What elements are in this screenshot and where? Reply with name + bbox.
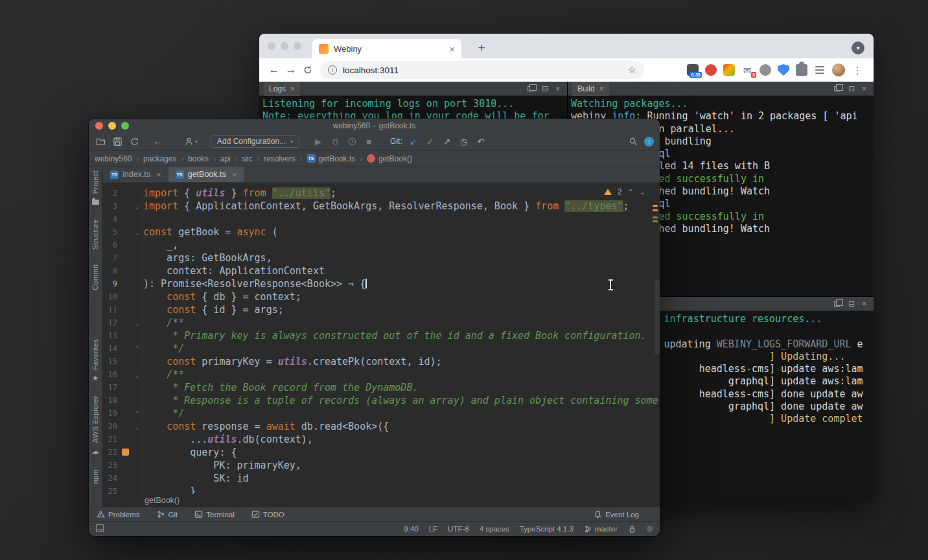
line-number[interactable]: 10 [103,290,117,303]
line-number[interactable]: 4 [103,213,117,226]
line-number[interactable]: 8 [103,264,117,277]
line-number[interactable]: 23 [103,459,117,472]
fold-marker[interactable] [117,485,143,494]
line-number[interactable]: 13 [103,329,117,342]
git-update-icon[interactable]: ↙ [408,135,419,147]
breadcrumb-item-webiny560[interactable]: webiny560 [95,154,132,163]
code-line[interactable]: 10 const { db } = context; [103,290,660,303]
minimize-window-icon[interactable] [108,122,116,130]
fold-marker[interactable] [117,433,143,446]
line-number[interactable]: 18 [103,394,117,407]
line-number[interactable]: 21 [103,433,117,446]
code-line[interactable]: 23 PK: primaryKey, [103,459,660,472]
line-number[interactable]: 11 [103,303,117,316]
close-icon[interactable]: × [290,84,295,93]
caret-position[interactable]: 9:40 [404,525,418,533]
zoom-window-icon[interactable] [121,122,129,130]
breadcrumb-item-src[interactable]: src [242,154,252,163]
change-stripe-mark[interactable] [653,220,658,222]
code-area[interactable]: 2import { utils } from "../utils";3⌄impo… [103,187,660,494]
git-push-icon[interactable]: ↗ [441,135,453,147]
line-number[interactable]: 2 [103,187,117,200]
line-number[interactable]: 6 [103,239,117,251]
breadcrumb-item-books[interactable]: books [188,154,209,163]
git-history-icon[interactable]: ◷ [458,135,470,147]
reload-icon[interactable] [299,65,316,75]
url-text[interactable]: localhost:3011 [343,65,622,75]
fold-marker[interactable] [117,355,143,368]
tool-stripe-aws-explorer[interactable]: AWS Explorer☁ [91,396,99,454]
logs-panel-tab[interactable]: Logs × [264,82,300,96]
code-line[interactable]: 11 const { id } = args; [103,303,660,316]
user-menu[interactable]: ▾ [183,135,198,147]
fold-marker[interactable] [117,264,143,277]
code-line[interactable]: 7 args: GetBookArgs, [103,251,660,264]
code-line[interactable]: 20⌄ const response = await db.read<Book>… [103,420,660,433]
code-line[interactable]: 21 ...utils.db(context), [103,433,660,446]
browser-menu-kebab-icon[interactable]: ⋮ [852,64,863,76]
line-number[interactable]: 24 [103,472,117,485]
code-line[interactable]: 6 _, [103,239,660,251]
git-rollback-icon[interactable]: ↶ [475,135,487,147]
code-line[interactable]: 4 [103,213,660,226]
fold-marker[interactable] [117,459,143,472]
back-icon[interactable]: ← [266,64,283,76]
code-line[interactable]: 5⌄const getBook = async ( [103,226,660,239]
prev-problem-icon[interactable]: ⌃ [628,188,634,196]
close-icon[interactable]: × [555,84,560,93]
code-editor[interactable]: 2import { utils } from "../utils";3⌄impo… [103,183,660,494]
line-number[interactable]: 3 [103,200,117,213]
tab-close-icon[interactable]: × [156,170,161,180]
file-encoding[interactable]: UTF-8 [448,525,469,533]
fold-marker[interactable] [117,290,143,303]
warning-stripe-mark[interactable] [653,205,658,207]
scrollbar[interactable] [655,280,660,355]
close-window-icon[interactable] [95,122,103,130]
fold-marker[interactable] [117,251,143,264]
browser-tab[interactable]: Webiny × [312,39,461,58]
address-bar[interactable]: i localhost:3011 ☆ [320,61,644,79]
fold-marker[interactable]: ⌄ [117,420,143,433]
fold-marker[interactable] [117,239,143,251]
toolwindow-problems[interactable]: Problems [97,510,140,519]
warning-stripe-mark[interactable] [653,209,658,211]
git-branch-widget[interactable]: master [584,525,618,533]
line-number[interactable]: 25 [103,485,117,494]
mail-extension-icon[interactable]: ✉3 [741,64,753,76]
editor-tab-index-ts[interactable]: TSindex.ts× [103,167,168,182]
code-line[interactable]: 24 SK: id [103,472,660,485]
new-tab-button[interactable]: + [473,40,490,56]
profile-chevron-button[interactable]: ▾ [852,41,864,54]
tab-close-icon[interactable]: × [449,44,455,54]
code-line[interactable]: 25 } [103,485,660,494]
gutter-lambda-icon[interactable] [122,449,129,456]
code-line[interactable]: 2import { utils } from "../utils"; [103,187,660,200]
close-icon[interactable]: × [862,84,866,93]
editor-tab-getbook-ts[interactable]: TSgetBook.ts× [168,167,244,182]
line-number[interactable]: 19 [103,407,117,420]
ide-update-icon[interactable]: ↑ [644,137,654,146]
fold-marker[interactable] [117,446,143,459]
forward-icon[interactable]: → [283,64,299,76]
typescript-version[interactable]: TypeScript 4.1.3 [520,525,574,533]
code-line[interactable]: 8 context: ApplicationContext [103,264,660,277]
close-window-icon[interactable] [268,42,275,50]
profiler-icon[interactable] [346,135,358,147]
fold-marker[interactable]: ⌄ [117,368,143,381]
site-info-icon[interactable]: i [328,65,337,75]
fold-marker[interactable] [117,303,143,316]
add-configuration-button[interactable]: Add Configuration... ▾ [211,135,299,148]
minimize-icon[interactable]: ⊟ [848,84,855,93]
scope-breadcrumb[interactable]: getBook() [145,496,180,505]
shield-extension-icon[interactable] [778,64,789,76]
line-number[interactable]: 9 [103,277,117,290]
fold-marker[interactable] [117,472,143,485]
color-extension-icon[interactable] [723,64,735,76]
tool-stripe-project[interactable]: Project [91,170,99,205]
fold-marker[interactable] [117,213,143,226]
sync-icon[interactable] [128,135,140,147]
float-icon[interactable] [834,301,840,307]
code-line[interactable]: 14⌃ */ [103,342,660,355]
fold-marker[interactable] [117,187,143,200]
line-number[interactable]: 12 [103,316,117,329]
